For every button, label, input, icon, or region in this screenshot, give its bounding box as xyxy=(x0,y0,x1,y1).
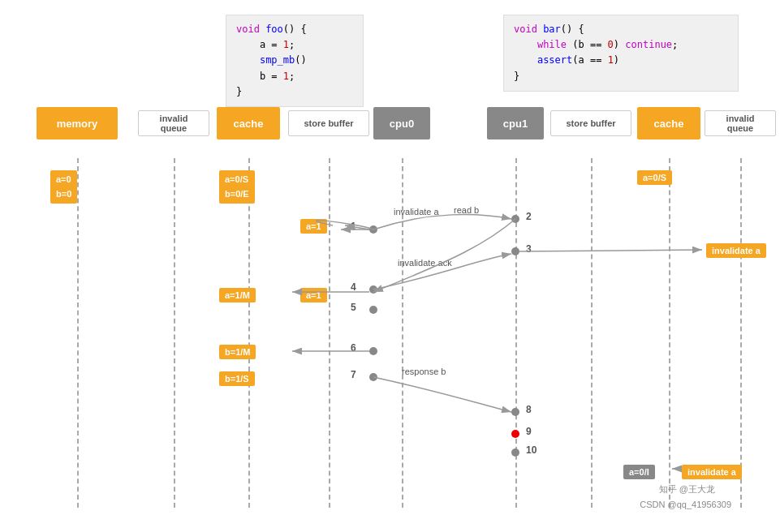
data-cache-a1m: a=1/M xyxy=(219,288,256,302)
step-num-5: 5 xyxy=(351,302,356,313)
label-invalid-queue-right: invalid queue xyxy=(705,110,776,136)
data-invalidate-a-right2: invalidate a xyxy=(682,465,742,479)
step-num-10: 10 xyxy=(526,444,537,456)
vline-memory xyxy=(77,158,79,508)
data-cache-left-init: a=0/Sb=0/E xyxy=(219,170,255,204)
step-num-6: 6 xyxy=(351,342,356,354)
code-bar-box: void bar() { while (b == 0) continue; as… xyxy=(503,15,739,92)
dot-step10 xyxy=(511,448,519,457)
step-num-9: 9 xyxy=(526,426,532,437)
vline-store-buffer-left xyxy=(329,158,330,508)
label-store-buffer-left: store buffer xyxy=(288,110,369,136)
vline-cache-left xyxy=(248,158,250,508)
data-invalidate-a-right: invalidate a xyxy=(706,243,766,258)
label-store-buffer-right: store buffer xyxy=(550,110,631,136)
label-invalidate-ack: invalidate ack xyxy=(398,258,452,268)
step-num-8: 8 xyxy=(526,404,532,415)
label-cache-left: cache xyxy=(217,107,280,139)
label-memory: memory xyxy=(37,107,118,139)
step-num-2: 2 xyxy=(526,211,532,222)
data-cache-b1m: b=1/M xyxy=(219,345,256,359)
step-num-7: 7 xyxy=(351,369,356,380)
vline-cache-right xyxy=(669,158,670,508)
dot-step8 xyxy=(511,408,519,416)
dot-step3 xyxy=(511,247,519,255)
code-foo-box: void foo() { a = 1; smp_mb() b = 1; } xyxy=(226,15,364,107)
label-read-b: read b xyxy=(454,205,479,215)
label-invalidate-a: invalidate a xyxy=(394,207,439,217)
svg-line-2 xyxy=(519,250,702,251)
data-cache-right-a0i: a=0/I xyxy=(623,465,655,479)
data-store-a1-step4: a=1 xyxy=(300,288,327,302)
vline-invalid-queue-right xyxy=(740,158,742,508)
label-cache-right: cache xyxy=(637,107,700,139)
data-store-a1-step1: a=1 xyxy=(300,219,327,234)
dot-step5 xyxy=(369,306,377,314)
step-num-3: 3 xyxy=(526,243,532,255)
main-container: void foo() { a = 1; smp_mb() b = 1; } vo… xyxy=(0,0,780,532)
data-memory-ab: a=0b=0 xyxy=(50,170,77,204)
dot-step1 xyxy=(369,225,377,234)
dot-step9 xyxy=(511,430,519,438)
label-response-b: response b xyxy=(402,367,446,376)
watermark-zhihu: 知乎 @王大龙 xyxy=(659,483,715,496)
watermark-csdn: CSDN @qq_41956309 xyxy=(640,500,731,509)
dot-step2 xyxy=(511,215,519,223)
label-invalid-queue-left: invalid queue xyxy=(138,110,209,136)
svg-line-6 xyxy=(345,225,369,230)
vline-store-buffer-right xyxy=(591,158,593,508)
dot-step7 xyxy=(369,373,377,381)
dot-step6 xyxy=(369,347,377,355)
label-cpu1: cpu1 xyxy=(487,107,544,139)
step-num-1: 1 xyxy=(351,221,356,232)
data-cache-right-init: a=0/S xyxy=(637,170,672,185)
dot-step4 xyxy=(369,285,377,294)
data-cache-b1s: b=1/S xyxy=(219,371,255,386)
vline-invalid-queue-left xyxy=(174,158,175,508)
step-num-4: 4 xyxy=(351,281,356,293)
label-cpu0: cpu0 xyxy=(373,107,430,139)
